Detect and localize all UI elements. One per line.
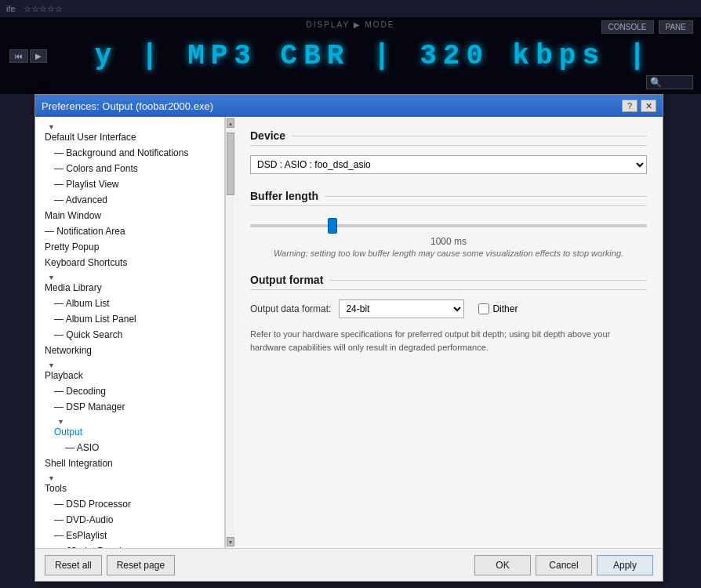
dialog-body: ▼Default User Interface — Background and… [35,117,663,548]
buffer-slider[interactable] [250,224,647,227]
play-button[interactable]: ▶ [30,49,47,63]
output-format-dropdown[interactable]: 16-bit 24-bit 32-bit [339,299,464,318]
tree-item-shell-integration[interactable]: Shell Integration [35,456,224,471]
device-section-label: Device [250,129,285,142]
device-dropdown[interactable]: DSD : ASIO : foo_dsd_asio [250,155,647,174]
tree-item-asio[interactable]: — ASIO [35,440,224,456]
top-controls: CONSOLE PANE [601,20,693,34]
tree-item-main-window[interactable]: Main Window [35,208,224,223]
tree-item-media-library[interactable]: ▼Media Library [35,270,224,296]
format-row: Output data format: 16-bit 24-bit 32-bit… [250,299,647,318]
rating-stars: ☆☆☆☆☆ [24,4,63,14]
reset-page-button[interactable]: Reset page [107,555,175,575]
device-section-header: Device [250,129,647,146]
tree-item-tools[interactable]: ▼Tools [35,471,224,496]
app-title: ife [6,4,16,13]
output-section: Output format Output data format: 16-bit… [250,274,647,354]
tree-item-advanced-ui[interactable]: — Advanced [35,192,224,208]
buffer-value: 1000 ms [250,236,647,247]
tree-item-esplaylist[interactable]: — EsPlaylist [35,528,224,543]
scrollbar-thumb[interactable] [227,132,234,195]
player-buttons: ⏮ ▶ [9,49,47,63]
visualizer-text: y | MP3 CBR | 320 kbps | [95,40,652,72]
buffer-slider-wrapper [250,216,647,233]
dialog-title: Preferences: Output (foobar2000.exe) [42,100,213,112]
preferences-dialog: Preferences: Output (foobar2000.exe) ? ✕… [35,94,663,582]
tree-scrollbar[interactable]: ▲ ▼ [225,117,234,548]
dialog-help-button[interactable]: ? [622,100,637,112]
tree-item-output[interactable]: ▼ Output [35,415,224,440]
display-mode-label: DISPLAY ▶ MODE [307,20,395,29]
buffer-section: Buffer length 1000 ms Warning: setting t… [250,190,647,258]
prev-button[interactable]: ⏮ [9,49,28,63]
output-section-label: Output format [250,274,323,286]
buffer-section-header: Buffer length [250,190,647,206]
tree-item-album-list-panel[interactable]: — Album List Panel [35,311,224,327]
output-format-label: Output data format: [250,303,331,314]
tree-item-dsd-processor[interactable]: — DSD Processor [35,496,224,512]
tree-item-networking[interactable]: Networking [35,343,224,358]
dialog-close-button[interactable]: ✕ [641,100,656,112]
pane-button[interactable]: PANE [659,20,694,34]
format-dropdown-wrapper: 16-bit 24-bit 32-bit [339,299,464,318]
tree-item-background-notifications[interactable]: — Background and Notifications [35,145,224,161]
apply-button[interactable]: Apply [597,555,653,575]
tree-item-dvd-audio[interactable]: — DVD-Audio [35,512,224,528]
output-section-header: Output format [250,274,647,290]
dither-area: Dither [478,303,518,314]
search-bar: 🔍 [646,75,693,89]
tree-item-decoding[interactable]: — Decoding [35,383,224,399]
console-button[interactable]: CONSOLE [601,20,654,34]
tree-panel[interactable]: ▼Default User Interface — Background and… [35,117,225,548]
content-panel: Device DSD : ASIO : foo_dsd_asio Buffer … [234,117,663,548]
tree-item-album-list[interactable]: — Album List [35,296,224,311]
tree-item-colors-fonts[interactable]: — Colors and Fonts [35,161,224,176]
tree-item-quick-search[interactable]: — Quick Search [35,327,224,343]
dialog-controls: ? ✕ [622,100,656,112]
ok-button[interactable]: OK [474,555,531,575]
player-area: DISPLAY ▶ MODE ⏮ ▶ y | MP3 CBR | 320 kbp… [0,17,701,94]
app-background: ife ☆☆☆☆☆ DISPLAY ▶ MODE ⏮ ▶ y | MP3 CBR… [0,0,701,94]
device-section: Device DSD : ASIO : foo_dsd_asio [250,129,647,174]
format-description: Refer to your hardware specifications fo… [250,328,647,354]
footer-right: OK Cancel Apply [474,555,653,575]
tree-item-playlist-view[interactable]: — Playlist View [35,176,224,192]
cancel-button[interactable]: Cancel [536,555,592,575]
dither-label: Dither [492,303,518,314]
left-panel: ▼Default User Interface — Background and… [35,117,234,548]
visualizer: y | MP3 CBR | 320 kbps | [55,40,692,72]
buffer-warning: Warning: setting too low buffer length m… [250,249,647,258]
top-bar: ife ☆☆☆☆☆ [0,0,701,17]
dialog-titlebar: Preferences: Output (foobar2000.exe) ? ✕ [35,95,663,117]
tree-item-playback[interactable]: ▼Playback [35,358,224,383]
reset-all-button[interactable]: Reset all [45,555,102,575]
tree-item-default-user-interface[interactable]: ▼Default User Interface [35,120,224,145]
footer-left: Reset all Reset page [45,555,470,575]
dither-checkbox[interactable] [478,303,489,314]
tree-item-keyboard-shortcuts[interactable]: Keyboard Shortcuts [35,255,224,270]
tree-item-dsp-manager[interactable]: — DSP Manager [35,399,224,415]
tree-item-pretty-popup[interactable]: Pretty Popup [35,239,224,255]
tree-item-notification-area[interactable]: — Notification Area [35,223,224,239]
dialog-footer: Reset all Reset page OK Cancel Apply [35,548,663,581]
buffer-section-label: Buffer length [250,190,318,202]
